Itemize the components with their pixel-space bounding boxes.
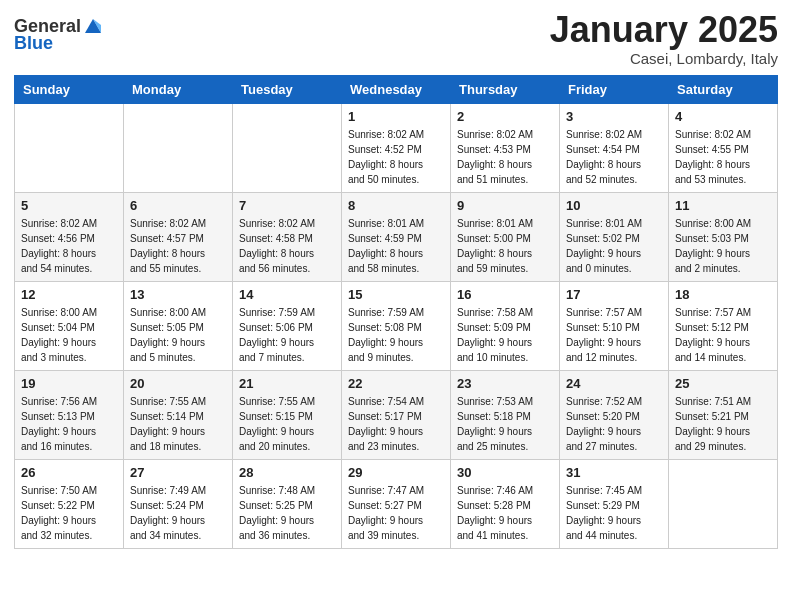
day-info-9: Sunrise: 8:01 AMSunset: 5:00 PMDaylight:…: [457, 216, 553, 276]
day-number-24: 24: [566, 376, 662, 391]
day-info-2: Sunrise: 8:02 AMSunset: 4:53 PMDaylight:…: [457, 127, 553, 187]
day-cell-15: 15Sunrise: 7:59 AMSunset: 5:08 PMDayligh…: [342, 281, 451, 370]
col-header-saturday: Saturday: [669, 75, 778, 103]
day-cell-2: 2Sunrise: 8:02 AMSunset: 4:53 PMDaylight…: [451, 103, 560, 192]
day-cell-29: 29Sunrise: 7:47 AMSunset: 5:27 PMDayligh…: [342, 459, 451, 548]
day-info-10: Sunrise: 8:01 AMSunset: 5:02 PMDaylight:…: [566, 216, 662, 276]
day-info-15: Sunrise: 7:59 AMSunset: 5:08 PMDaylight:…: [348, 305, 444, 365]
day-info-3: Sunrise: 8:02 AMSunset: 4:54 PMDaylight:…: [566, 127, 662, 187]
day-info-31: Sunrise: 7:45 AMSunset: 5:29 PMDaylight:…: [566, 483, 662, 543]
day-number-20: 20: [130, 376, 226, 391]
day-cell-10: 10Sunrise: 8:01 AMSunset: 5:02 PMDayligh…: [560, 192, 669, 281]
day-number-4: 4: [675, 109, 771, 124]
col-header-wednesday: Wednesday: [342, 75, 451, 103]
day-cell-11: 11Sunrise: 8:00 AMSunset: 5:03 PMDayligh…: [669, 192, 778, 281]
day-cell-31: 31Sunrise: 7:45 AMSunset: 5:29 PMDayligh…: [560, 459, 669, 548]
day-number-14: 14: [239, 287, 335, 302]
day-cell-7: 7Sunrise: 8:02 AMSunset: 4:58 PMDaylight…: [233, 192, 342, 281]
day-info-30: Sunrise: 7:46 AMSunset: 5:28 PMDaylight:…: [457, 483, 553, 543]
day-cell-24: 24Sunrise: 7:52 AMSunset: 5:20 PMDayligh…: [560, 370, 669, 459]
day-cell-17: 17Sunrise: 7:57 AMSunset: 5:10 PMDayligh…: [560, 281, 669, 370]
day-number-16: 16: [457, 287, 553, 302]
day-number-6: 6: [130, 198, 226, 213]
col-header-tuesday: Tuesday: [233, 75, 342, 103]
day-info-24: Sunrise: 7:52 AMSunset: 5:20 PMDaylight:…: [566, 394, 662, 454]
day-cell-1: 1Sunrise: 8:02 AMSunset: 4:52 PMDaylight…: [342, 103, 451, 192]
day-number-31: 31: [566, 465, 662, 480]
title-block: January 2025 Casei, Lombardy, Italy: [550, 10, 778, 67]
day-cell-30: 30Sunrise: 7:46 AMSunset: 5:28 PMDayligh…: [451, 459, 560, 548]
day-number-12: 12: [21, 287, 117, 302]
day-number-13: 13: [130, 287, 226, 302]
day-number-10: 10: [566, 198, 662, 213]
empty-cell: [15, 103, 124, 192]
empty-cell: [124, 103, 233, 192]
day-cell-28: 28Sunrise: 7:48 AMSunset: 5:25 PMDayligh…: [233, 459, 342, 548]
day-cell-22: 22Sunrise: 7:54 AMSunset: 5:17 PMDayligh…: [342, 370, 451, 459]
empty-cell: [233, 103, 342, 192]
day-number-28: 28: [239, 465, 335, 480]
day-info-4: Sunrise: 8:02 AMSunset: 4:55 PMDaylight:…: [675, 127, 771, 187]
calendar-header-row: SundayMondayTuesdayWednesdayThursdayFrid…: [15, 75, 778, 103]
header: General Blue January 2025 Casei, Lombard…: [14, 10, 778, 67]
day-info-26: Sunrise: 7:50 AMSunset: 5:22 PMDaylight:…: [21, 483, 117, 543]
logo: General Blue: [14, 16, 103, 54]
week-row-2: 5Sunrise: 8:02 AMSunset: 4:56 PMDaylight…: [15, 192, 778, 281]
empty-cell: [669, 459, 778, 548]
day-cell-21: 21Sunrise: 7:55 AMSunset: 5:15 PMDayligh…: [233, 370, 342, 459]
day-number-23: 23: [457, 376, 553, 391]
week-row-5: 26Sunrise: 7:50 AMSunset: 5:22 PMDayligh…: [15, 459, 778, 548]
day-number-27: 27: [130, 465, 226, 480]
day-cell-4: 4Sunrise: 8:02 AMSunset: 4:55 PMDaylight…: [669, 103, 778, 192]
col-header-friday: Friday: [560, 75, 669, 103]
day-info-29: Sunrise: 7:47 AMSunset: 5:27 PMDaylight:…: [348, 483, 444, 543]
day-info-5: Sunrise: 8:02 AMSunset: 4:56 PMDaylight:…: [21, 216, 117, 276]
day-info-22: Sunrise: 7:54 AMSunset: 5:17 PMDaylight:…: [348, 394, 444, 454]
day-info-6: Sunrise: 8:02 AMSunset: 4:57 PMDaylight:…: [130, 216, 226, 276]
day-info-23: Sunrise: 7:53 AMSunset: 5:18 PMDaylight:…: [457, 394, 553, 454]
day-cell-20: 20Sunrise: 7:55 AMSunset: 5:14 PMDayligh…: [124, 370, 233, 459]
location: Casei, Lombardy, Italy: [550, 50, 778, 67]
day-info-25: Sunrise: 7:51 AMSunset: 5:21 PMDaylight:…: [675, 394, 771, 454]
day-cell-25: 25Sunrise: 7:51 AMSunset: 5:21 PMDayligh…: [669, 370, 778, 459]
month-title: January 2025: [550, 10, 778, 50]
day-cell-3: 3Sunrise: 8:02 AMSunset: 4:54 PMDaylight…: [560, 103, 669, 192]
col-header-thursday: Thursday: [451, 75, 560, 103]
day-number-9: 9: [457, 198, 553, 213]
day-number-21: 21: [239, 376, 335, 391]
day-number-5: 5: [21, 198, 117, 213]
week-row-4: 19Sunrise: 7:56 AMSunset: 5:13 PMDayligh…: [15, 370, 778, 459]
day-cell-12: 12Sunrise: 8:00 AMSunset: 5:04 PMDayligh…: [15, 281, 124, 370]
day-cell-6: 6Sunrise: 8:02 AMSunset: 4:57 PMDaylight…: [124, 192, 233, 281]
day-number-18: 18: [675, 287, 771, 302]
day-number-26: 26: [21, 465, 117, 480]
col-header-monday: Monday: [124, 75, 233, 103]
day-info-21: Sunrise: 7:55 AMSunset: 5:15 PMDaylight:…: [239, 394, 335, 454]
day-cell-26: 26Sunrise: 7:50 AMSunset: 5:22 PMDayligh…: [15, 459, 124, 548]
day-cell-13: 13Sunrise: 8:00 AMSunset: 5:05 PMDayligh…: [124, 281, 233, 370]
day-cell-19: 19Sunrise: 7:56 AMSunset: 5:13 PMDayligh…: [15, 370, 124, 459]
day-number-30: 30: [457, 465, 553, 480]
day-number-19: 19: [21, 376, 117, 391]
day-cell-5: 5Sunrise: 8:02 AMSunset: 4:56 PMDaylight…: [15, 192, 124, 281]
day-number-11: 11: [675, 198, 771, 213]
col-header-sunday: Sunday: [15, 75, 124, 103]
day-info-12: Sunrise: 8:00 AMSunset: 5:04 PMDaylight:…: [21, 305, 117, 365]
logo-icon: [83, 15, 103, 35]
day-number-1: 1: [348, 109, 444, 124]
day-info-28: Sunrise: 7:48 AMSunset: 5:25 PMDaylight:…: [239, 483, 335, 543]
day-number-7: 7: [239, 198, 335, 213]
day-number-17: 17: [566, 287, 662, 302]
day-info-17: Sunrise: 7:57 AMSunset: 5:10 PMDaylight:…: [566, 305, 662, 365]
day-cell-16: 16Sunrise: 7:58 AMSunset: 5:09 PMDayligh…: [451, 281, 560, 370]
day-info-14: Sunrise: 7:59 AMSunset: 5:06 PMDaylight:…: [239, 305, 335, 365]
day-info-20: Sunrise: 7:55 AMSunset: 5:14 PMDaylight:…: [130, 394, 226, 454]
week-row-3: 12Sunrise: 8:00 AMSunset: 5:04 PMDayligh…: [15, 281, 778, 370]
day-info-8: Sunrise: 8:01 AMSunset: 4:59 PMDaylight:…: [348, 216, 444, 276]
day-info-13: Sunrise: 8:00 AMSunset: 5:05 PMDaylight:…: [130, 305, 226, 365]
day-number-29: 29: [348, 465, 444, 480]
calendar-table: SundayMondayTuesdayWednesdayThursdayFrid…: [14, 75, 778, 549]
day-number-2: 2: [457, 109, 553, 124]
page-container: General Blue January 2025 Casei, Lombard…: [0, 0, 792, 563]
day-cell-18: 18Sunrise: 7:57 AMSunset: 5:12 PMDayligh…: [669, 281, 778, 370]
